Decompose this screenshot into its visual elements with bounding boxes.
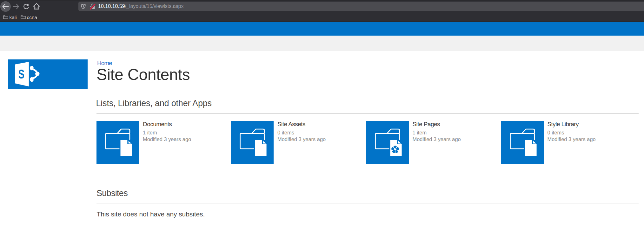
svg-text:S: S xyxy=(18,66,24,81)
